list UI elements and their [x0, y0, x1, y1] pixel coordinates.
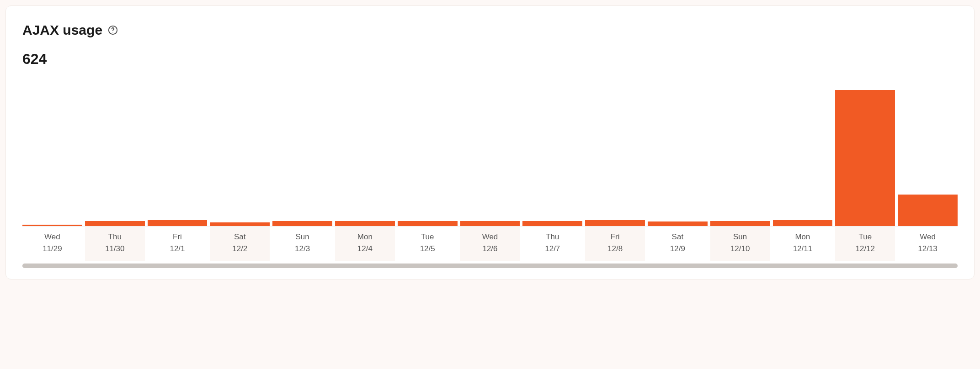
bar[interactable] — [148, 80, 208, 226]
help-icon[interactable] — [108, 25, 118, 35]
bar[interactable] — [335, 80, 395, 226]
x-axis-tick: Thu12/7 — [522, 227, 582, 261]
x-axis-tick-date: 11/30 — [86, 243, 144, 255]
x-axis-tick-date: 12/13 — [899, 243, 957, 255]
horizontal-scrollbar[interactable] — [22, 264, 958, 268]
x-axis-tick-day: Tue — [836, 231, 894, 243]
bar[interactable] — [898, 80, 958, 226]
bar[interactable] — [773, 80, 833, 226]
x-axis-tick-day: Wed — [899, 231, 957, 243]
x-axis-tick: Fri12/1 — [148, 227, 208, 261]
x-axis-tick-date: 12/2 — [211, 243, 269, 255]
x-axis-tick-day: Sun — [273, 231, 331, 243]
x-axis-tick-date: 12/7 — [523, 243, 581, 255]
x-axis-tick: Wed12/13 — [898, 227, 958, 261]
x-axis-tick: Sun12/3 — [272, 227, 332, 261]
x-axis-tick: Fri12/8 — [585, 227, 645, 261]
x-axis-tick-day: Fri — [149, 231, 207, 243]
x-axis-tick-day: Mon — [774, 231, 832, 243]
chart-total: 624 — [22, 51, 958, 68]
bar[interactable] — [585, 80, 645, 226]
chart-card: AJAX usage 624 Wed11/29Thu11/30Fri12/1Sa… — [5, 5, 975, 279]
x-axis-tick-day: Sun — [711, 231, 769, 243]
x-axis-tick-day: Tue — [399, 231, 457, 243]
bar[interactable] — [210, 80, 270, 226]
bar[interactable] — [710, 80, 770, 226]
bar[interactable] — [398, 80, 458, 226]
x-axis-tick-date: 12/11 — [774, 243, 832, 255]
x-axis-tick-day: Mon — [336, 231, 394, 243]
x-axis-tick-day: Sat — [211, 231, 269, 243]
bar[interactable] — [522, 80, 582, 226]
bar[interactable] — [648, 80, 708, 226]
x-axis-tick-date: 12/6 — [461, 243, 519, 255]
chart-plot-area — [22, 80, 958, 227]
chart-title: AJAX usage — [22, 22, 102, 38]
x-axis-tick-date: 12/12 — [836, 243, 894, 255]
x-axis-tick: Tue12/5 — [398, 227, 458, 261]
bar[interactable] — [460, 80, 520, 226]
x-axis-tick: Thu11/30 — [85, 227, 145, 261]
bar[interactable] — [22, 80, 82, 226]
bar[interactable] — [85, 80, 145, 226]
x-axis-tick-date: 11/29 — [23, 243, 81, 255]
x-axis-tick-date: 12/10 — [711, 243, 769, 255]
x-axis-tick: Wed12/6 — [460, 227, 520, 261]
x-axis-tick-date: 12/4 — [336, 243, 394, 255]
scrollbar-thumb[interactable] — [22, 264, 958, 268]
x-axis-tick: Sat12/2 — [210, 227, 270, 261]
x-axis-tick: Wed11/29 — [22, 227, 82, 261]
x-axis-tick: Tue12/12 — [835, 227, 895, 261]
x-axis-tick: Mon12/11 — [773, 227, 833, 261]
bar[interactable] — [272, 80, 332, 226]
x-axis-tick: Sat12/9 — [648, 227, 708, 261]
bar[interactable] — [835, 80, 895, 226]
x-axis-tick-date: 12/9 — [649, 243, 707, 255]
x-axis-tick: Mon12/4 — [335, 227, 395, 261]
x-axis-tick-date: 12/3 — [273, 243, 331, 255]
chart-header: AJAX usage — [22, 22, 958, 38]
x-axis-tick-day: Wed — [23, 231, 81, 243]
x-axis-tick: Sun12/10 — [710, 227, 770, 261]
x-axis-tick-day: Wed — [461, 231, 519, 243]
x-axis-tick-day: Fri — [586, 231, 644, 243]
x-axis-tick-day: Sat — [649, 231, 707, 243]
x-axis-tick-date: 12/8 — [586, 243, 644, 255]
svg-point-1 — [112, 32, 113, 32]
x-axis-tick-day: Thu — [86, 231, 144, 243]
x-axis-tick-day: Thu — [523, 231, 581, 243]
x-axis-labels: Wed11/29Thu11/30Fri12/1Sat12/2Sun12/3Mon… — [22, 227, 958, 261]
x-axis-tick-date: 12/5 — [399, 243, 457, 255]
x-axis-tick-date: 12/1 — [149, 243, 207, 255]
